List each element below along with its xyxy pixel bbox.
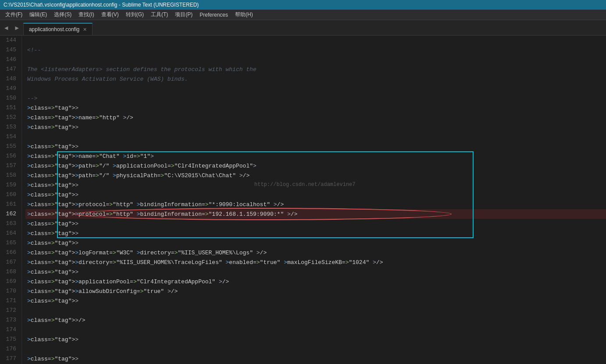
line-number: 147 <box>4 64 16 74</box>
editor: 1441451461471481491501511521531541551561… <box>0 36 606 364</box>
code-line <box>25 325 606 335</box>
line-number: 155 <box>4 142 16 151</box>
tab-label: applicationhost.config <box>29 26 79 32</box>
line-number: 165 <box>4 238 16 248</box>
line-number: 176 <box>4 344 16 354</box>
line-number: 145 <box>4 45 16 55</box>
code-line <box>25 344 606 354</box>
code-line <box>25 36 606 45</box>
code-line: >class=>"tag"> >allowSubDirConfig=>"true… <box>25 286 606 296</box>
code-line <box>25 306 606 315</box>
line-number: 171 <box>4 296 16 306</box>
code-line: >class=>"tag">> <box>25 190 606 200</box>
line-number: 168 <box>4 267 16 277</box>
line-number: 169 <box>4 277 16 286</box>
line-number: 148 <box>4 74 16 84</box>
code-line: >class=>"tag">> <box>25 267 606 277</box>
menu-find[interactable]: 查找(I) <box>75 10 97 19</box>
line-number: 152 <box>4 113 16 122</box>
tab-applicationhost[interactable]: applicationhost.config ✕ <box>23 23 93 35</box>
tab-back-button[interactable]: ◀ <box>2 22 11 33</box>
code-line: >class=>"tag"> >directory=>"%IIS_USER_HO… <box>25 257 606 267</box>
code-line: >class=>"tag">> <box>25 180 606 190</box>
line-number: 177 <box>4 354 16 364</box>
menu-project[interactable]: 项目(P) <box>171 10 196 19</box>
tab-forward-button[interactable]: ▶ <box>12 22 21 33</box>
line-number: 157 <box>4 161 16 171</box>
line-number: 175 <box>4 335 16 344</box>
code-line: >class=>"tag">> <box>25 335 606 344</box>
code-line: >class=>"tag">> <box>25 354 606 364</box>
line-number: 160 <box>4 190 16 200</box>
line-number: 146 <box>4 55 16 64</box>
line-number: 156 <box>4 151 16 161</box>
code-content[interactable]: <!-- The <listenerAdapters> section defi… <box>22 36 606 364</box>
code-line: >class=>"tag"> >applicationPool=>"Clr4In… <box>25 277 606 286</box>
line-number: 166 <box>4 248 16 257</box>
tab-bar: ◀ ▶ applicationhost.config ✕ <box>0 20 606 36</box>
line-number: 162 <box>4 209 16 219</box>
code-line: Windows Process Activation Service (WAS)… <box>25 74 606 84</box>
code-line: <!-- <box>25 45 606 55</box>
menu-goto[interactable]: 转到(G) <box>122 10 147 19</box>
line-number: 153 <box>4 122 16 132</box>
code-line: >class=>"tag">> <box>25 228 606 238</box>
line-number: 174 <box>4 325 16 335</box>
code-line: >class=>"tag">> <box>25 122 606 132</box>
line-number: 164 <box>4 228 16 238</box>
code-line: >class=>"tag"> >path=>"/" >physicalPath=… <box>25 171 606 180</box>
code-line <box>25 84 606 93</box>
line-number: 144 <box>4 36 16 45</box>
code-line: >class=>"tag">> <box>25 142 606 151</box>
line-number: 151 <box>4 103 16 113</box>
line-number: 154 <box>4 132 16 142</box>
code-line: >class=>"tag">> <box>25 219 606 228</box>
code-line <box>25 132 606 142</box>
menu-tools[interactable]: 工具(T) <box>147 10 171 19</box>
menu-view[interactable]: 查看(V) <box>98 10 122 19</box>
code-line: >class=>"tag"> >/> <box>25 315 606 325</box>
menu-file[interactable]: 文件(F) <box>2 10 26 19</box>
menu-bar: 文件(F) 编辑(E) 选择(S) 查找(I) 查看(V) 转到(G) 工具(T… <box>0 10 606 20</box>
code-line: >class=>"tag"> >protocol=>"http" >bindin… <box>25 200 606 209</box>
menu-preferences[interactable]: Preferences <box>196 11 232 19</box>
code-line: >class=>"tag"> >logFormat=>"W3C" >direct… <box>25 248 606 257</box>
code-line <box>25 55 606 64</box>
menu-edit[interactable]: 编辑(E) <box>26 10 50 19</box>
tab-close-button[interactable]: ✕ <box>83 27 87 32</box>
code-line: --> <box>25 93 606 103</box>
line-number: 158 <box>4 171 16 180</box>
code-line: >class=>"tag"> >protocol=>"http" >bindin… <box>25 209 606 219</box>
code-line: >class=>"tag"> >name=>"http" >/> <box>25 113 606 122</box>
line-number: 170 <box>4 286 16 296</box>
line-number: 161 <box>4 200 16 209</box>
code-line: >class=>"tag"> >path=>"/" >applicationPo… <box>25 161 606 171</box>
code-line: >class=>"tag">> <box>25 103 606 113</box>
line-numbers: 1441451461471481491501511521531541551561… <box>0 36 22 364</box>
code-line: >class=>"tag"> >name=>"Chat" >id=>"1"> <box>25 151 606 161</box>
line-number: 149 <box>4 84 16 93</box>
line-number: 172 <box>4 306 16 315</box>
menu-select[interactable]: 选择(S) <box>50 10 75 19</box>
code-line: >class=>"tag">> <box>25 296 606 306</box>
menu-help[interactable]: 帮助(H) <box>232 10 257 19</box>
line-number: 163 <box>4 219 16 228</box>
title-text: C:\VS2015\Chat\.vs\config\applicationhos… <box>4 2 199 8</box>
line-number: 173 <box>4 315 16 325</box>
line-number: 150 <box>4 93 16 103</box>
code-line: The <listenerAdapters> section defines t… <box>25 64 606 74</box>
line-number: 167 <box>4 257 16 267</box>
line-number: 159 <box>4 180 16 190</box>
code-line: >class=>"tag">> <box>25 238 606 248</box>
title-bar: C:\VS2015\Chat\.vs\config\applicationhos… <box>0 0 606 10</box>
